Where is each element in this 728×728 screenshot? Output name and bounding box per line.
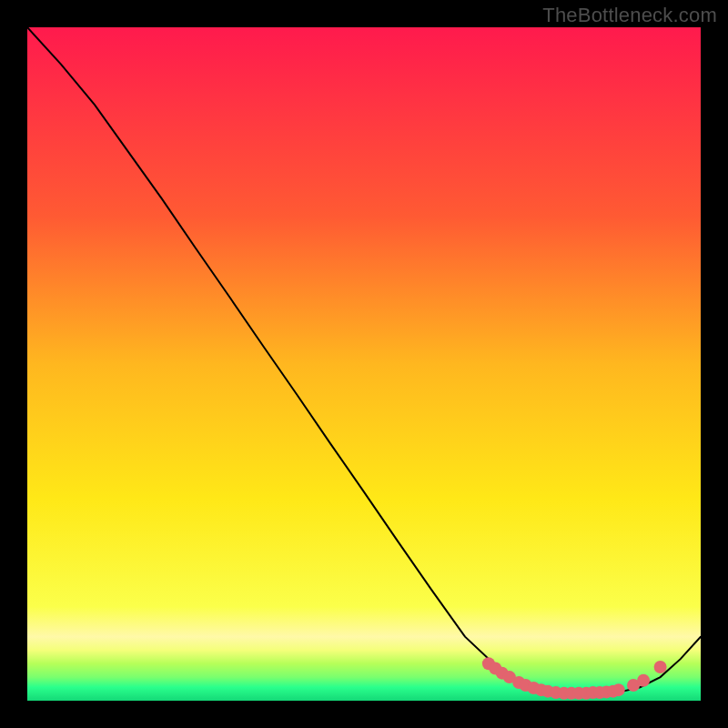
curve-layer — [27, 27, 701, 701]
data-point — [654, 661, 667, 673]
data-points-group — [482, 657, 667, 700]
watermark-text: TheBottleneck.com — [542, 4, 717, 27]
bottleneck-curve — [27, 27, 701, 693]
data-point — [637, 674, 650, 687]
plot-area — [27, 27, 701, 701]
data-point — [612, 683, 625, 696]
